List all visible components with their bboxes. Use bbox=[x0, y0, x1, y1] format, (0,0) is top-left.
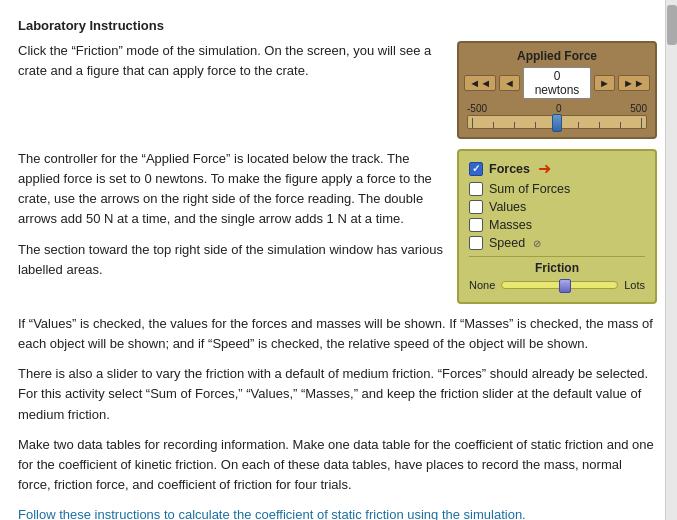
af-tick bbox=[641, 118, 642, 128]
friction-lots-label: Lots bbox=[624, 279, 645, 291]
sum-of-forces-row: Sum of Forces bbox=[469, 182, 645, 196]
section-1: Click the “Friction” mode of the simulat… bbox=[18, 41, 657, 139]
af-double-right-button[interactable]: ►► bbox=[618, 75, 650, 91]
af-double-left-button[interactable]: ◄◄ bbox=[464, 75, 496, 91]
af-controls: ◄◄ ◄ 0 newtons ► ►► bbox=[467, 67, 647, 99]
friction-thumb[interactable] bbox=[559, 279, 571, 293]
text-col-2: The controller for the “Applied Force” i… bbox=[18, 149, 443, 304]
af-tick bbox=[535, 122, 536, 128]
friction-track[interactable] bbox=[501, 281, 618, 289]
paragraph-4: If “Values” is checked, the values for t… bbox=[18, 314, 657, 354]
af-single-right-button[interactable]: ► bbox=[594, 75, 615, 91]
values-label: Values bbox=[489, 200, 526, 214]
af-min-label: -500 bbox=[467, 103, 487, 114]
af-max-label: 500 bbox=[630, 103, 647, 114]
masses-checkbox[interactable] bbox=[469, 218, 483, 232]
forces-arrow-icon: ➜ bbox=[538, 159, 551, 178]
content-area: Laboratory Instructions Click the “Frict… bbox=[18, 18, 657, 520]
values-row: Values bbox=[469, 200, 645, 214]
af-slider-area: -500 0 500 bbox=[467, 103, 647, 129]
section-2: The controller for the “Applied Force” i… bbox=[18, 149, 657, 304]
sum-of-forces-checkbox[interactable] bbox=[469, 182, 483, 196]
forces-checkbox-row: ✓ Forces ➜ bbox=[469, 159, 645, 178]
paragraph-6: Make two data tables for recording infor… bbox=[18, 435, 657, 495]
af-mid-label: 0 bbox=[556, 103, 562, 114]
speed-badge-icon: ⊘ bbox=[533, 238, 541, 249]
checkmark-icon: ✓ bbox=[472, 163, 480, 174]
af-tick bbox=[514, 122, 515, 128]
scrollbar-thumb[interactable] bbox=[667, 5, 677, 45]
sum-of-forces-label: Sum of Forces bbox=[489, 182, 570, 196]
af-tick bbox=[493, 122, 494, 128]
scrollbar[interactable] bbox=[665, 0, 677, 520]
af-value-display: 0 newtons bbox=[523, 67, 591, 99]
friction-title: Friction bbox=[469, 261, 645, 275]
masses-label: Masses bbox=[489, 218, 532, 232]
speed-row: Speed ⊘ bbox=[469, 236, 645, 250]
page-title: Laboratory Instructions bbox=[18, 18, 657, 33]
paragraph-7: Follow these instructions to calculate t… bbox=[18, 505, 657, 520]
forces-label: Forces bbox=[489, 162, 530, 176]
paragraph-1: Click the “Friction” mode of the simulat… bbox=[18, 41, 443, 81]
af-scale-labels: -500 0 500 bbox=[467, 103, 647, 114]
speed-checkbox[interactable] bbox=[469, 236, 483, 250]
af-tick bbox=[578, 122, 579, 128]
af-tick bbox=[599, 122, 600, 128]
widget-col-2: ✓ Forces ➜ Sum of Forces Values bbox=[457, 149, 657, 304]
af-single-left-button[interactable]: ◄ bbox=[499, 75, 520, 91]
values-checkbox[interactable] bbox=[469, 200, 483, 214]
widget-col-1: Applied Force ◄◄ ◄ 0 newtons ► ►► -500 0… bbox=[457, 41, 657, 139]
applied-force-widget: Applied Force ◄◄ ◄ 0 newtons ► ►► -500 0… bbox=[457, 41, 657, 139]
af-tick bbox=[620, 122, 621, 128]
friction-section: Friction None Lots bbox=[469, 256, 645, 291]
af-track[interactable] bbox=[467, 115, 647, 129]
forces-checkbox[interactable]: ✓ bbox=[469, 162, 483, 176]
af-thumb[interactable] bbox=[552, 114, 562, 132]
paragraph-3: The section toward the top right side of… bbox=[18, 240, 443, 280]
speed-label: Speed bbox=[489, 236, 525, 250]
paragraph-5: There is also a slider to vary the frict… bbox=[18, 364, 657, 424]
paragraph-2: The controller for the “Applied Force” i… bbox=[18, 149, 443, 230]
masses-row: Masses bbox=[469, 218, 645, 232]
text-col-1: Click the “Friction” mode of the simulat… bbox=[18, 41, 443, 139]
applied-force-title: Applied Force bbox=[467, 49, 647, 63]
friction-slider-row: None Lots bbox=[469, 279, 645, 291]
af-tick bbox=[472, 118, 473, 128]
friction-none-label: None bbox=[469, 279, 495, 291]
forces-panel: ✓ Forces ➜ Sum of Forces Values bbox=[457, 149, 657, 304]
